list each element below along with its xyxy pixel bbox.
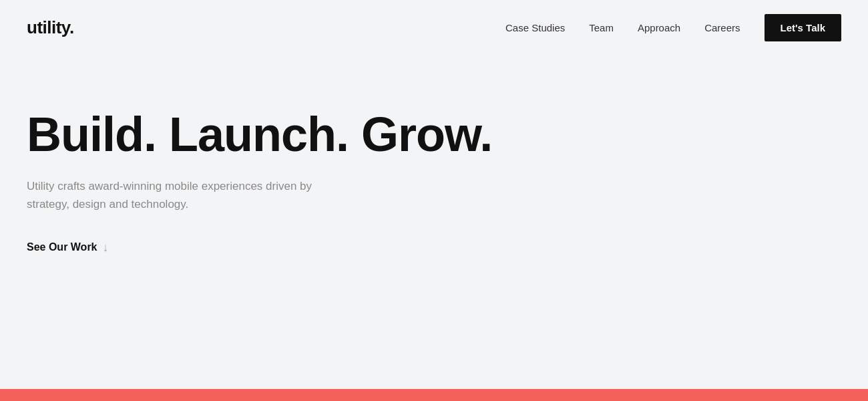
- logo[interactable]: utility.: [27, 17, 74, 38]
- hero-subtitle-line2: strategy, design and technology.: [27, 198, 188, 211]
- see-our-work-arrow: ↓: [103, 241, 109, 255]
- nav-link-team[interactable]: Team: [589, 22, 614, 33]
- hero-subtitle: Utility crafts award-winning mobile expe…: [27, 177, 414, 213]
- nav-links: Case Studies Team Approach Careers Let's…: [505, 14, 841, 41]
- nav-link-careers[interactable]: Careers: [704, 22, 740, 33]
- hero-title: Build. Launch. Grow.: [27, 108, 841, 161]
- navbar: utility. Case Studies Team Approach Care…: [0, 0, 868, 55]
- nav-link-approach[interactable]: Approach: [638, 22, 680, 33]
- see-our-work-label: See Our Work: [27, 241, 97, 253]
- see-our-work-link[interactable]: See Our Work ↓: [27, 241, 109, 255]
- nav-link-case-studies[interactable]: Case Studies: [505, 22, 565, 33]
- hero-section: Build. Launch. Grow. Utility crafts awar…: [0, 55, 868, 255]
- hero-subtitle-line1: Utility crafts award-winning mobile expe…: [27, 180, 312, 192]
- bottom-accent-bar: [0, 389, 868, 401]
- lets-talk-button[interactable]: Let's Talk: [765, 14, 841, 41]
